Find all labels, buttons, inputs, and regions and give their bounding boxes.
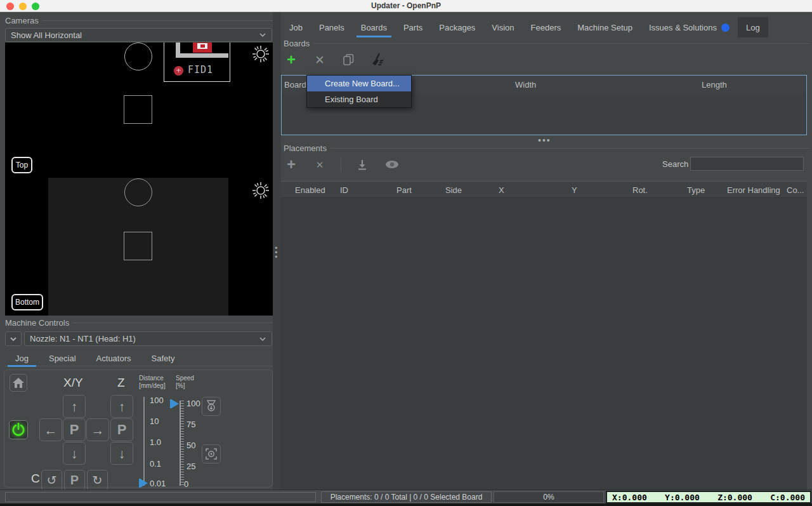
copy-board-button[interactable]: [341, 52, 356, 67]
camera-bottom-tag-label: Bottom: [15, 298, 39, 307]
tab-machine-setup[interactable]: Machine Setup: [569, 17, 641, 37]
tab-machine-setup-label: Machine Setup: [577, 23, 632, 32]
close-window-button[interactable]: [6, 3, 14, 10]
speed-header: Speed [%]: [176, 375, 194, 390]
jog-panel: X/Y Z Distance [mm/deg] Speed [%] ↑ ← P …: [4, 370, 273, 488]
panel-splitter-vertical[interactable]: •••: [273, 12, 281, 489]
distance-tick: 100: [150, 396, 164, 405]
remove-placement-button[interactable]: ✕: [312, 157, 327, 172]
camera-view-selector[interactable]: Show All Horizontal: [5, 28, 272, 42]
main-tabbar: Job Panels Boards Parts Packages Vision …: [281, 17, 812, 37]
brightness-sun-icon[interactable]: [251, 181, 270, 200]
column-error-handling[interactable]: Error Handling: [727, 185, 780, 195]
tab-issues-solutions-label: Issues & Solutions: [649, 23, 717, 32]
window-titlebar: Updater - OpenPnP: [0, 0, 812, 12]
tab-issues-solutions[interactable]: Issues & Solutions: [641, 17, 738, 37]
tab-jog[interactable]: Jog: [5, 350, 39, 366]
maximize-window-button[interactable]: [32, 3, 39, 10]
tab-panels[interactable]: Panels: [311, 17, 353, 37]
camera-view-bottom[interactable]: Bottom: [5, 178, 273, 316]
search-label: Search: [662, 159, 688, 169]
jog-z-minus-button[interactable]: ↓: [110, 442, 133, 465]
power-button[interactable]: [9, 420, 28, 439]
z-park-button[interactable]: P: [110, 418, 133, 441]
tab-special[interactable]: Special: [39, 350, 86, 366]
tab-vision[interactable]: Vision: [483, 17, 522, 37]
machine-controls-collapse-button[interactable]: [5, 331, 22, 346]
column-co[interactable]: Co...: [787, 185, 804, 195]
tab-packages[interactable]: Packages: [431, 17, 483, 37]
jog-c-cw-button[interactable]: ↻: [87, 470, 108, 491]
home-icon: [13, 378, 24, 388]
add-board-button[interactable]: +: [284, 52, 299, 67]
capture-placement-button[interactable]: [355, 157, 370, 172]
column-width[interactable]: Width: [515, 80, 536, 90]
column-side[interactable]: Side: [445, 185, 462, 195]
tab-feeders[interactable]: Feeders: [523, 17, 570, 37]
column-type[interactable]: Type: [687, 185, 705, 195]
status-bar: Placements: 0 / 0 Total | 0 / 0 Selected…: [0, 489, 812, 503]
placements-table-body[interactable]: [281, 198, 807, 489]
brightness-sun-icon[interactable]: [251, 44, 270, 63]
jog-c-ccw-button[interactable]: ↺: [41, 470, 62, 491]
park-label: P: [117, 422, 127, 438]
dro-z: Z:0.000: [717, 493, 752, 502]
arrow-left-icon: ←: [44, 423, 58, 437]
column-id[interactable]: ID: [340, 185, 348, 195]
cleanup-board-button[interactable]: [369, 51, 387, 68]
nozzle-selector[interactable]: Nozzle: N1 - NT1 (Head: H1): [24, 331, 272, 346]
distance-tick: 0.01: [150, 479, 166, 488]
column-enabled[interactable]: Enabled: [295, 185, 325, 195]
speed-slider-thumb[interactable]: [171, 399, 179, 408]
column-y[interactable]: Y: [572, 185, 577, 195]
panel-splitter-horizontal[interactable]: •••: [538, 138, 551, 142]
jog-y-plus-button[interactable]: ↑: [63, 395, 86, 418]
home-button[interactable]: [10, 374, 27, 392]
add-placement-button[interactable]: +: [284, 157, 299, 172]
tab-vision-label: Vision: [492, 23, 514, 32]
column-x[interactable]: X: [499, 185, 504, 195]
tab-boards[interactable]: Boards: [353, 17, 395, 37]
column-length[interactable]: Length: [702, 80, 727, 90]
column-part[interactable]: Part: [396, 185, 412, 195]
distance-slider-thumb[interactable]: [140, 479, 148, 488]
menu-item-create-new-board[interactable]: Create New Board...: [307, 76, 411, 91]
tab-job[interactable]: Job: [281, 17, 311, 37]
speed-tick: 25: [187, 462, 195, 471]
tab-actuators[interactable]: Actuators: [86, 350, 141, 366]
cameras-group-label: Cameras: [5, 16, 39, 25]
window-title: Updater - OpenPnP: [371, 1, 441, 10]
camera-top-tag-label: Top: [16, 161, 28, 170]
tab-parts[interactable]: Parts: [395, 17, 431, 37]
distance-label: Distance: [139, 375, 166, 382]
tab-log[interactable]: Log: [738, 17, 768, 37]
fiducial-marker-icon: +: [174, 66, 183, 76]
view-placement-button[interactable]: [383, 157, 401, 172]
plus-icon: +: [287, 52, 296, 67]
progress-bar: 0%: [494, 491, 604, 503]
jog-x-minus-button[interactable]: ←: [39, 418, 62, 441]
jog-x-plus-button[interactable]: →: [86, 418, 109, 441]
jog-z-plus-button[interactable]: ↑: [110, 395, 133, 418]
dro-y: Y:0.000: [665, 493, 700, 502]
speed-slider[interactable]: [180, 401, 184, 486]
xy-park-button[interactable]: P: [63, 418, 86, 441]
tab-safety[interactable]: Safety: [141, 350, 185, 366]
placements-section-label: Placements: [284, 143, 327, 153]
c-park-button[interactable]: P: [64, 470, 85, 491]
dro-x: X:0.000: [612, 493, 647, 502]
search-input[interactable]: [690, 157, 804, 171]
distance-slider[interactable]: [143, 397, 145, 486]
column-board[interactable]: Board: [284, 80, 306, 90]
menu-item-existing-board[interactable]: Existing Board: [307, 91, 411, 107]
status-message-box: [5, 492, 316, 502]
jog-y-minus-button[interactable]: ↓: [63, 442, 86, 465]
distance-tick: 10: [150, 416, 159, 426]
safe-z-button[interactable]: [202, 397, 221, 416]
column-rot[interactable]: Rot.: [632, 185, 648, 195]
position-camera-button[interactable]: [202, 444, 221, 463]
remove-board-button[interactable]: ✕: [312, 52, 327, 67]
boards-toolbar: + ✕: [284, 51, 387, 68]
camera-view-top[interactable]: + FID1 Top: [5, 43, 273, 178]
minimize-window-button[interactable]: [19, 3, 27, 10]
